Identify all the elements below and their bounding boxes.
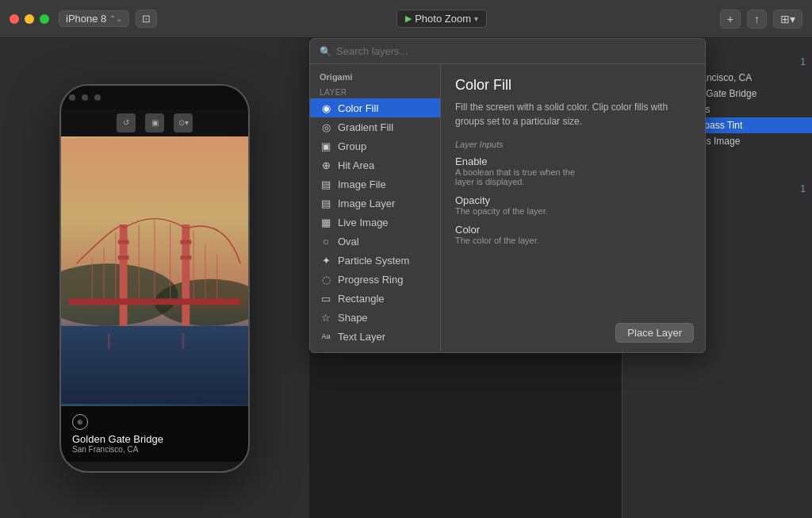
oval-icon: ○ [320,235,332,247]
tab-chevron-icon: ▾ [474,14,478,23]
device-selector[interactable]: iPhone 8 ⌃⌄ [59,10,129,27]
bridge-svg [61,136,248,406]
layer-label-rectangle: Rectangle [338,293,385,305]
opacity-desc: The opacity of the layer. [455,206,691,216]
text-layer-icon: Aa [320,330,332,343]
opacity-label: Opacity [455,194,691,206]
layer-label-particle-system: Particle System [338,255,409,267]
rectangle-icon: ▭ [320,292,332,305]
place-layer-button[interactable]: Place Layer [615,323,694,343]
progress-ring-icon: ◌ [320,273,332,286]
layer-item-rectangle[interactable]: ▭ Rectangle [310,289,440,308]
fullscreen-button[interactable] [40,14,49,24]
detail-input-color: Color The color of the layer. [455,224,691,245]
close-button[interactable] [10,14,19,24]
toolbar-icon-2[interactable]: ▣ [145,113,164,132]
layer-label-live-image: Live Image [338,217,389,228]
device-preview-panel: ↺ ▣ ⊙▾ [0,38,309,518]
svg-rect-19 [69,298,240,305]
image-layer-icon: ▤ [320,197,332,209]
layer-item-progress-ring[interactable]: ◌ Progress Ring [310,270,440,289]
main-area: ↺ ▣ ⊙▾ [0,38,812,518]
add-button[interactable]: + [720,10,741,29]
right-area: 🔍 Origami Layer ◉ Color Fill ◎ Gradient … [309,38,812,518]
opacity-value: 1 [800,56,806,67]
layer-label-text-layer: Text Layer [338,331,385,343]
layer-item-color-fill[interactable]: ◉ Color Fill [310,98,440,117]
device-overlay: ⊕ Golden Gate Bridge San Francisco, CA [61,406,248,462]
svg-rect-21 [182,333,184,349]
search-bar: 🔍 [310,39,705,64]
svg-rect-9 [180,255,191,259]
location-name: Golden Gate Bridge [72,433,237,445]
layer-label-image-file: Image File [338,178,386,190]
svg-rect-1 [61,325,248,403]
enable-label: Enable [455,155,691,167]
search-icon: 🔍 [320,46,331,57]
toolbar-icon-1[interactable]: ↺ [117,113,136,132]
search-input[interactable] [336,45,695,57]
detail-section-header: Layer Inputs [455,140,691,149]
tab-label: Photo Zoom [415,13,471,25]
detail-input-enable: Enable A boolean that is true when thela… [455,155,691,186]
layer-item-shape[interactable]: ☆ Shape [310,308,440,327]
svg-rect-4 [120,224,128,326]
view-toggle-button[interactable]: ⊞▾ [773,10,802,29]
group-icon: ▣ [320,140,332,152]
dropdown-body: Origami Layer ◉ Color Fill ◎ Gradient Fi… [310,64,705,352]
layer-label-shape: Shape [338,312,368,324]
photo-zoom-tab[interactable]: ▶ Photo Zoom ▾ [396,10,487,28]
layer-item-live-image[interactable]: ▦ Live Image [310,213,440,232]
gradient-fill-icon: ◎ [320,121,332,133]
status-dot-3 [94,94,101,101]
layer-label-group: Group [338,140,366,152]
svg-rect-6 [118,240,129,244]
location-sub: San Francisco, CA [72,445,237,454]
device-toolbar: ↺ ▣ ⊙▾ [61,109,248,136]
traffic-lights [10,14,49,24]
layer-item-particle-system[interactable]: ✦ Particle System [310,251,440,270]
detail-description: Fill the screen with a solid color. Clip… [455,100,691,129]
svg-rect-20 [108,333,110,349]
layer-item-gradient-fill[interactable]: ◎ Gradient Fill [310,117,440,136]
color-label: Color [455,224,691,236]
svg-rect-5 [182,224,190,326]
layers-dropdown: 🔍 Origami Layer ◉ Color Fill ◎ Gradient … [309,38,706,353]
device-statusbar [61,86,248,109]
layer-list: Origami Layer ◉ Color Fill ◎ Gradient Fi… [310,64,441,352]
layer-label-oval: Oval [338,236,359,247]
mirror-icon: ⊡ [142,13,151,25]
minimize-button[interactable] [25,14,34,24]
shape-icon: ☆ [320,311,332,324]
mirror-button[interactable]: ⊡ [136,10,157,28]
image-file-icon: ▤ [320,178,332,190]
live-image-icon: ▦ [320,216,332,228]
layer-item-oval[interactable]: ○ Oval [310,232,440,251]
layer-label-gradient-fill: Gradient Fill [338,121,393,133]
titlebar-right: + ↑ ⊞▾ [720,10,802,29]
toolbar-icon-3[interactable]: ⊙▾ [174,113,193,132]
color-fill-icon: ◉ [320,102,332,114]
compass-icon: ⊕ [72,414,88,430]
titlebar: iPhone 8 ⌃⌄ ⊡ ▶ Photo Zoom ▾ + ↑ ⊞▾ [0,0,812,38]
enable-desc: A boolean that is true when thelayer is … [455,167,691,186]
layer-item-hit-area[interactable]: ⊕ Hit Area [310,155,440,175]
device-name: iPhone 8 [66,13,106,25]
layer-label-image-layer: Image Layer [338,198,395,209]
layer-section-header: Layer [310,85,440,98]
detail-panel: Color Fill Fill the screen with a solid … [441,64,705,352]
layer-item-image-layer[interactable]: ▤ Image Layer [310,194,440,213]
layer-item-text-layer[interactable]: Aa Text Layer [310,327,440,346]
device-frame: ↺ ▣ ⊙▾ [59,84,250,473]
layer-label-hit-area: Hit Area [338,159,374,171]
scale-value: 1 [800,183,806,194]
origami-header: Origami [310,71,440,85]
bridge-image [61,136,248,406]
layer-item-image-file[interactable]: ▤ Image File [310,175,440,194]
detail-input-opacity: Opacity The opacity of the layer. [455,194,691,216]
play-icon: ▶ [405,13,412,24]
share-button[interactable]: ↑ [747,10,767,29]
layer-item-group[interactable]: ▣ Group [310,136,440,155]
layer-label-progress-ring: Progress Ring [338,274,403,286]
svg-rect-8 [180,240,191,244]
